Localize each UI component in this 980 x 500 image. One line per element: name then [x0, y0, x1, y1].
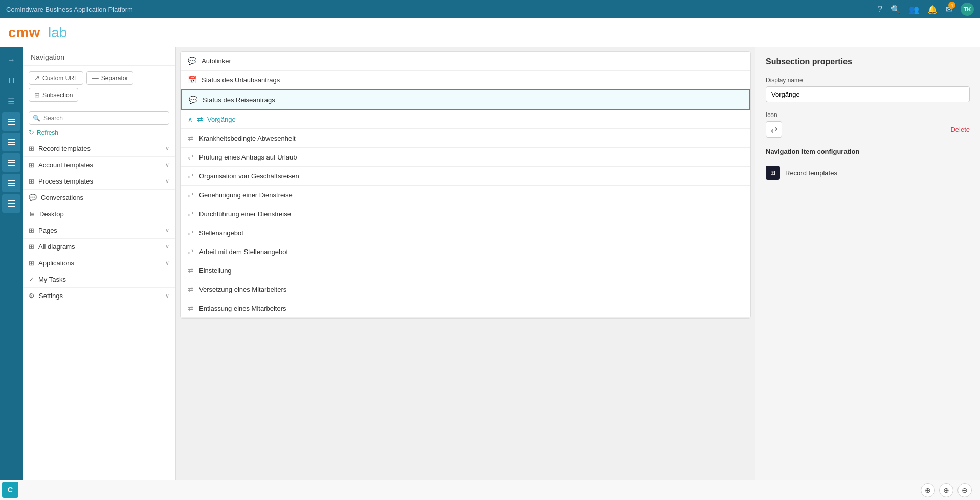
app-title: Comindware Business Application Platform: [6, 6, 133, 13]
list-item-autolinker[interactable]: 💬 Autolinker: [181, 52, 750, 71]
search-box: 🔍: [29, 111, 169, 125]
logo-lab: lab: [48, 25, 67, 40]
search-icon[interactable]: 🔍: [890, 5, 901, 14]
rail-list-icon-2[interactable]: [2, 133, 20, 151]
section-chevron-up[interactable]: ∧: [188, 116, 193, 123]
bell-icon[interactable]: 🔔: [927, 5, 938, 14]
display-name-group: Display name: [766, 77, 970, 102]
list-item-dienstreise-durch[interactable]: ⇄ Durchführung einer Dienstreise: [181, 204, 750, 223]
add-circle-button[interactable]: ⊕: [939, 483, 953, 497]
nav-item-desktop[interactable]: 🖥 Desktop: [23, 206, 175, 222]
nav-panel-title: Navigation: [23, 47, 175, 66]
hamburger-icon-2: [8, 139, 15, 145]
users-icon[interactable]: 👥: [909, 5, 919, 14]
list-item-einstellung[interactable]: ⇄ Einstellung: [181, 261, 750, 280]
process-icon-dienstreise-g: ⇄: [188, 191, 194, 199]
rail-menu-icon[interactable]: ☰: [2, 92, 20, 110]
rail-list-icon-4[interactable]: [2, 174, 20, 192]
process-icon-krankheit: ⇄: [188, 134, 194, 142]
list-item-krankheit[interactable]: ⇄ Krankheitsbedingte Abwesenheit: [181, 129, 750, 148]
nav-items-list: ⊞ Record templates ∨ ⊞ Account templates…: [23, 141, 175, 500]
nav-item-record-templates[interactable]: ⊞ Record templates ∨: [23, 141, 175, 157]
process-icon-stelle: ⇄: [188, 229, 194, 237]
refresh-icon: ↻: [29, 129, 34, 137]
nav-item-conversations[interactable]: 💬 Conversations: [23, 190, 175, 206]
list-item-reiseantrag[interactable]: 💬 Status des Reiseantrags: [181, 89, 750, 110]
refresh-button[interactable]: ↻ Refresh: [23, 127, 175, 141]
process-icon-einstellung: ⇄: [188, 266, 194, 275]
record-templates-config-icon: ⊞: [770, 169, 775, 176]
section-icon-vorgaenge: ⇄: [197, 115, 203, 123]
nav-config-title: Navigation item configuration: [766, 148, 970, 155]
list-item-entlassung[interactable]: ⇄ Entlassung eines Mitarbeiters: [181, 299, 750, 318]
section-header-vorgaenge[interactable]: ∧ ⇄ Vorgänge: [181, 110, 750, 129]
process-icon-versetzung: ⇄: [188, 285, 194, 293]
list-item-versetzung[interactable]: ⇄ Versetzung eines Mitarbeiters: [181, 280, 750, 299]
add-plus-button[interactable]: ⊕: [921, 483, 935, 497]
list-item-stellenangebot-arbeit[interactable]: ⇄ Arbeit mit dem Stellenangebot: [181, 242, 750, 261]
icon-symbol: ⇄: [771, 125, 777, 134]
list-item-dienstreise-genehm[interactable]: ⇄ Genehmigung einer Dienstreise: [181, 186, 750, 204]
display-name-label: Display name: [766, 77, 970, 84]
config-item-record-templates: ⊞ Record templates: [766, 162, 970, 184]
nav-item-all-diagrams[interactable]: ⊞ All diagrams ∨: [23, 239, 175, 255]
logobar: cmw lab: [0, 18, 980, 47]
nav-item-applications[interactable]: ⊞ Applications ∨: [23, 255, 175, 271]
hamburger-icon-4: [8, 180, 15, 186]
user-avatar[interactable]: TK: [961, 3, 974, 16]
nav-item-settings[interactable]: ⚙ Settings ∨: [23, 288, 175, 304]
calendar-icon: 📅: [188, 76, 196, 84]
applications-icon: ⊞: [29, 259, 34, 267]
logo: cmw lab: [8, 25, 67, 41]
subsection-properties-title: Subsection properties: [766, 57, 970, 66]
rail-list-icon-3[interactable]: [2, 153, 20, 172]
diagrams-icon: ⊞: [29, 243, 34, 251]
middle-panel: 💬 Autolinker 📅 Status des Urlaubsantrags…: [176, 47, 755, 500]
chevron-down-icon-5: ∨: [165, 243, 169, 250]
chevron-down-icon-3: ∨: [165, 178, 169, 185]
main-layout: → 🖥 ☰: [0, 47, 980, 500]
nav-item-my-tasks[interactable]: ✓ My Tasks: [23, 271, 175, 288]
nav-item-account-templates[interactable]: ⊞ Account templates ∨: [23, 157, 175, 173]
list-item-geschaeftsreisen[interactable]: ⇄ Organisation von Geschäftsreisen: [181, 167, 750, 186]
chevron-down-icon-7: ∨: [165, 292, 169, 299]
separator-button[interactable]: — Separator: [86, 71, 134, 85]
pages-icon: ⊞: [29, 226, 34, 234]
record-templates-icon: ⊞: [29, 145, 34, 152]
icon-display[interactable]: ⇄: [766, 121, 782, 138]
nav-item-pages[interactable]: ⊞ Pages ∨: [23, 222, 175, 239]
list-item-stellenangebot[interactable]: ⇄ Stellenangebot: [181, 223, 750, 242]
display-name-input[interactable]: [766, 86, 970, 102]
process-icon-stelle-arbeit: ⇄: [188, 247, 194, 256]
search-input[interactable]: [29, 111, 169, 125]
custom-url-button[interactable]: ↗ Custom URL: [29, 71, 83, 85]
list-item-urlaubsantrag[interactable]: 📅 Status des Urlaubsantrags: [181, 71, 750, 89]
delete-button[interactable]: Delete: [950, 126, 970, 133]
nav-insert-buttons: ↗ Custom URL — Separator ⊞ Subsection: [23, 66, 175, 107]
topbar-icons: ? 🔍 👥 🔔 ✉ 4 TK: [878, 3, 974, 16]
nav-item-process-templates[interactable]: ⊞ Process templates ∨: [23, 173, 175, 190]
account-templates-icon: ⊞: [29, 161, 34, 169]
chevron-down-icon-6: ∨: [165, 260, 169, 266]
process-icon-urlaub: ⇄: [188, 153, 194, 161]
icon-group: Icon ⇄ Delete: [766, 111, 970, 138]
conversations-icon: 💬: [29, 194, 37, 201]
rail-list-icon-5[interactable]: [2, 194, 20, 213]
chat-icon-autolinker: 💬: [188, 57, 196, 65]
corner-c-button[interactable]: C: [2, 482, 18, 498]
list-item-urlaub[interactable]: ⇄ Prüfung eines Antrags auf Urlaub: [181, 148, 750, 167]
search-box-icon: 🔍: [33, 115, 40, 122]
config-item-label: Record templates: [785, 169, 837, 177]
rail-monitor-icon[interactable]: 🖥: [2, 72, 20, 90]
help-icon[interactable]: ?: [878, 5, 882, 14]
icon-row: ⇄ Delete: [766, 121, 970, 138]
chevron-down-icon-4: ∨: [165, 227, 169, 234]
subsection-button[interactable]: ⊞ Subsection: [29, 88, 78, 102]
hamburger-icon: [8, 119, 15, 125]
process-icon-entlassung: ⇄: [188, 304, 194, 312]
rail-list-icon-1[interactable]: [2, 112, 20, 131]
rail-collapse-icon[interactable]: →: [2, 51, 20, 70]
subsection-icon: ⊞: [34, 91, 40, 99]
remove-button[interactable]: ⊖: [957, 483, 972, 497]
messages-icon[interactable]: ✉ 4: [946, 5, 952, 14]
